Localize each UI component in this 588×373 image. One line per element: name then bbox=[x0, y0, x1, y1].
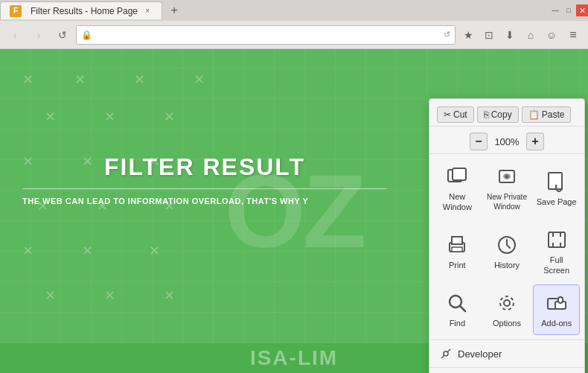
container-button[interactable]: ⊡ bbox=[479, 25, 499, 45]
tab-close-btn[interactable]: × bbox=[142, 6, 153, 16]
minimize-button[interactable]: — bbox=[549, 4, 561, 16]
tab-bar: F Filter Results - Home Page × + bbox=[0, 1, 549, 19]
cross-mark-4: ✕ bbox=[194, 71, 205, 88]
page-content: ✕ ✕ ✕ ✕ ✕ ✕ ✕ ✕ ✕ ✕ ✕ ✕ ✕ ✕ ✕ ✕ ✕ ✕ ✕ OZ… bbox=[0, 49, 588, 373]
print-icon bbox=[445, 233, 469, 257]
print-item[interactable]: Print bbox=[434, 222, 481, 282]
tab-title: Filter Results - Home Page bbox=[31, 6, 138, 16]
edit-buttons: ✂ Cut ⎘ Copy 📋 Paste bbox=[437, 106, 571, 123]
paste-button[interactable]: 📋 Paste bbox=[522, 106, 572, 123]
cross-mark-2: ✕ bbox=[74, 71, 86, 88]
account-button[interactable]: ☺ bbox=[542, 25, 561, 45]
menu-grid: New Window New Private Window bbox=[429, 159, 584, 335]
options-item[interactable]: Options bbox=[484, 284, 531, 335]
svg-point-16 bbox=[500, 296, 514, 310]
zoom-level: 100% bbox=[492, 136, 522, 147]
svg-point-15 bbox=[504, 300, 510, 306]
addons-item[interactable]: Add-ons bbox=[533, 284, 580, 335]
bottom-logo: ISA-LIM bbox=[250, 346, 338, 370]
cut-copy-paste-row: ✂ Cut ⎘ Copy 📋 Paste bbox=[429, 103, 584, 127]
developer-item[interactable]: Developer bbox=[429, 343, 584, 364]
find-item[interactable]: Find bbox=[434, 284, 481, 335]
find-icon bbox=[445, 291, 469, 315]
svg-line-22 bbox=[447, 349, 450, 352]
reload-inline-icon: ↺ bbox=[444, 30, 450, 39]
subtitle-text: THE WEB CAN LEAD TO INFORMATION OVERLOAD… bbox=[22, 197, 387, 205]
addons-icon bbox=[545, 291, 569, 315]
reload-button[interactable]: ↺ bbox=[52, 25, 73, 45]
svg-line-14 bbox=[460, 306, 465, 311]
zoom-out-button[interactable]: − bbox=[470, 133, 488, 150]
home-button[interactable]: ⌂ bbox=[521, 25, 540, 45]
maximize-button[interactable]: □ bbox=[563, 4, 575, 16]
svg-point-4 bbox=[505, 175, 508, 178]
cross-mark-15: ✕ bbox=[82, 243, 93, 259]
svg-rect-10 bbox=[452, 247, 462, 252]
copy-button[interactable]: ⎘ Copy bbox=[477, 106, 519, 123]
divider bbox=[22, 188, 387, 189]
url-input[interactable] bbox=[95, 30, 441, 40]
developer-icon bbox=[440, 348, 452, 360]
new-window-item[interactable]: New Window bbox=[434, 159, 481, 219]
svg-rect-12 bbox=[549, 232, 565, 247]
main-text-area: FILTER RESULT THE WEB CAN LEAD TO INFORM… bbox=[7, 153, 402, 205]
history-item[interactable]: History bbox=[484, 222, 531, 282]
separator-2 bbox=[429, 367, 584, 368]
window-controls: — □ ✕ bbox=[549, 4, 588, 16]
forward-button[interactable]: › bbox=[28, 25, 49, 45]
cross-mark-16: ✕ bbox=[149, 243, 160, 259]
save-page-icon bbox=[545, 170, 569, 194]
cross-mark-7: ✕ bbox=[164, 109, 175, 125]
paste-icon: 📋 bbox=[528, 109, 540, 120]
cross-mark-18: ✕ bbox=[104, 287, 115, 304]
cross-mark-14: ✕ bbox=[22, 243, 33, 259]
download-button[interactable]: ⬇ bbox=[500, 25, 520, 45]
cross-mark-19: ✕ bbox=[164, 287, 175, 304]
address-bar[interactable]: 🔒 ↺ bbox=[76, 25, 456, 45]
nav-bar: ‹ › ↺ 🔒 ↺ ★ ⊡ ⬇ ⌂ ☺ ≡ bbox=[0, 21, 588, 49]
options-icon bbox=[495, 291, 519, 315]
close-window-button[interactable]: ✕ bbox=[576, 4, 588, 16]
new-private-window-icon bbox=[495, 165, 519, 189]
separator-1 bbox=[429, 339, 584, 340]
svg-rect-1 bbox=[453, 168, 466, 180]
filter-results-title: FILTER RESULT bbox=[22, 153, 387, 181]
fullscreen-item[interactable]: Full Screen bbox=[533, 222, 580, 282]
new-window-icon bbox=[445, 165, 469, 188]
zoom-row: − 100% + bbox=[429, 130, 584, 154]
back-button[interactable]: ‹ bbox=[4, 25, 25, 45]
cross-mark-17: ✕ bbox=[45, 287, 56, 304]
browser-tab[interactable]: F Filter Results - Home Page × bbox=[0, 1, 162, 19]
title-bar: F Filter Results - Home Page × + — □ ✕ bbox=[0, 0, 588, 21]
new-private-window-item[interactable]: New Private Window bbox=[484, 159, 531, 219]
svg-rect-19 bbox=[558, 297, 563, 303]
zoom-in-button[interactable]: + bbox=[526, 133, 544, 150]
tab-icon: F bbox=[10, 5, 22, 17]
address-security-icon: 🔒 bbox=[81, 30, 92, 40]
nav-icons: ★ ⊡ ⬇ ⌂ ☺ ≡ bbox=[458, 25, 584, 45]
history-icon bbox=[495, 233, 519, 257]
cut-button[interactable]: ✂ Cut bbox=[437, 106, 474, 123]
cross-mark-6: ✕ bbox=[104, 109, 115, 125]
cross-mark-3: ✕ bbox=[134, 71, 145, 88]
cross-mark-1: ✕ bbox=[22, 71, 33, 88]
menu-button[interactable]: ≡ bbox=[563, 25, 584, 45]
svg-rect-9 bbox=[452, 237, 462, 244]
new-tab-button[interactable]: + bbox=[165, 1, 183, 19]
scissors-icon: ✂ bbox=[444, 109, 451, 120]
bookmark-button[interactable]: ★ bbox=[458, 25, 478, 45]
fullscreen-icon bbox=[545, 228, 569, 252]
firefox-menu: ✂ Cut ⎘ Copy 📋 Paste − 100% + bbox=[429, 98, 585, 373]
copy-icon: ⎘ bbox=[484, 109, 489, 120]
save-page-item[interactable]: Save Page bbox=[533, 159, 580, 219]
cross-mark-5: ✕ bbox=[45, 109, 56, 125]
